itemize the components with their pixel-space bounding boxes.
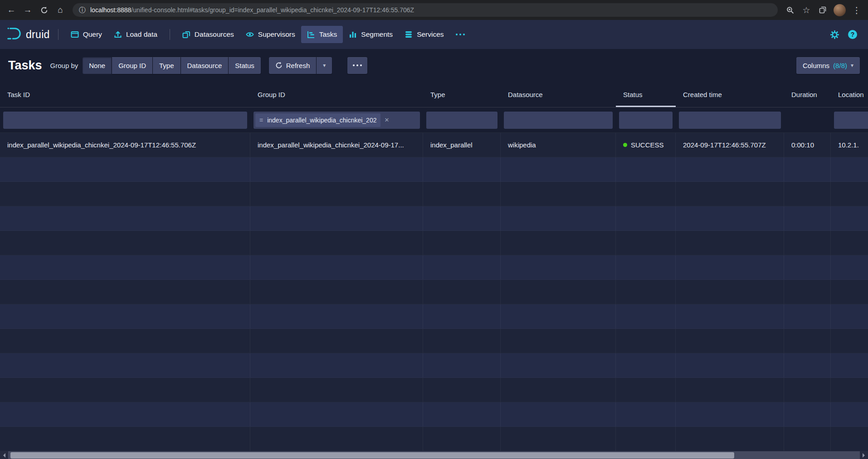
settings-gear-icon[interactable] (825, 26, 844, 43)
nav-query[interactable]: Query (65, 26, 108, 43)
back-icon[interactable]: ← (4, 2, 19, 18)
avatar[interactable] (834, 4, 846, 16)
group-by-status-button[interactable]: Status (229, 57, 261, 74)
refresh-button[interactable]: Refresh (269, 57, 317, 74)
nav-segments[interactable]: Segments (343, 26, 399, 43)
site-info-icon[interactable]: ⓘ (79, 6, 86, 15)
cell-duration[interactable]: 0:00:10 (784, 133, 831, 157)
table-row-empty (0, 427, 868, 451)
filter-type-input[interactable] (426, 112, 497, 129)
col-header-type[interactable]: Type (423, 82, 501, 107)
reload-icon[interactable] (36, 2, 52, 18)
scroll-right-arrow[interactable] (860, 451, 868, 459)
nav-tasks[interactable]: Tasks (301, 26, 343, 43)
chevron-down-icon: ▾ (323, 62, 326, 68)
browser-toolbar: ← → ⌂ ⓘ localhost:8888/unified-console.h… (0, 0, 868, 20)
scrollbar-track[interactable] (8, 451, 860, 459)
ellipsis-icon (353, 64, 362, 66)
cell-type[interactable]: index_parallel (423, 133, 501, 157)
home-icon[interactable]: ⌂ (53, 2, 68, 18)
table-header-row: Task ID Group ID Type Datasource Status … (0, 82, 868, 107)
filter-status-input[interactable] (619, 112, 673, 129)
table-row-empty (0, 206, 868, 231)
status-success-dot (623, 143, 627, 147)
more-actions-button[interactable] (347, 57, 367, 74)
remove-filter-icon[interactable]: ✕ (384, 117, 389, 123)
table-row-empty (0, 329, 868, 353)
refresh-dropdown-button[interactable]: ▾ (317, 57, 332, 74)
bookmark-star-icon[interactable]: ☆ (799, 2, 814, 18)
columns-button[interactable]: Columns (8/8) ▾ (796, 57, 860, 74)
refresh-icon (275, 62, 283, 69)
scroll-left-arrow[interactable] (0, 451, 8, 459)
equals-icon: = (259, 117, 263, 124)
table-row-empty (0, 280, 868, 304)
horizontal-scrollbar (0, 451, 868, 459)
cell-task-id[interactable]: index_parallel_wikipedia_chicnkei_2024-0… (0, 133, 250, 157)
nav-supervisors[interactable]: Supervisors (240, 26, 301, 43)
status-badge: SUCCESS (631, 141, 664, 149)
filter-datasource-input[interactable] (504, 112, 613, 129)
filter-created-time-input[interactable] (679, 112, 781, 129)
group-by-none-button[interactable]: None (83, 57, 112, 74)
col-header-created-time[interactable]: Created time (676, 82, 784, 107)
col-header-task-id[interactable]: Task ID (0, 82, 250, 107)
cell-location[interactable]: 10.2.1. (831, 133, 868, 157)
table-row-empty (0, 182, 868, 206)
filter-location-input[interactable] (834, 112, 868, 129)
table-row-empty (0, 231, 868, 255)
address-bar[interactable]: ⓘ localhost:8888/unified-console.html#ta… (73, 3, 778, 17)
page-title: Tasks (8, 59, 42, 73)
table-row-empty (0, 402, 868, 427)
task-row[interactable]: index_parallel_wikipedia_chicnkei_2024-0… (0, 133, 868, 157)
druid-logo-icon[interactable] (6, 26, 22, 43)
table-filter-row: = index_parallel_wikipedia_chicnkei_202 … (0, 107, 868, 133)
browser-menu-icon[interactable]: ⋮ (849, 2, 864, 18)
col-header-status[interactable]: Status (616, 82, 676, 107)
group-by-datasource-button[interactable]: Datasource (181, 57, 229, 74)
help-icon[interactable]: ? (844, 26, 862, 43)
filter-group-id-input[interactable]: = index_parallel_wikipedia_chicnkei_202 … (254, 112, 420, 129)
divider (170, 29, 170, 40)
tabs-icon[interactable] (815, 2, 830, 18)
group-by-buttons: None Group ID Type Datasource Status (83, 57, 261, 74)
scrollbar-thumb[interactable] (10, 452, 734, 459)
cell-created-time[interactable]: 2024-09-17T12:46:55.707Z (676, 133, 784, 157)
tasks-table: Task ID Group ID Type Datasource Status … (0, 82, 868, 451)
cell-status[interactable]: SUCCESS (616, 133, 676, 157)
nav-services[interactable]: Services (399, 26, 449, 43)
table-row-empty (0, 304, 868, 329)
chevron-down-icon: ▾ (851, 62, 853, 68)
table-row-empty (0, 378, 868, 402)
table-row-empty (0, 255, 868, 280)
filter-task-id-input[interactable] (3, 112, 247, 129)
filter-chip-text: index_parallel_wikipedia_chicnkei_202 (267, 117, 376, 124)
ellipsis-icon (456, 34, 465, 35)
group-by-type-button[interactable]: Type (153, 57, 180, 74)
columns-count: (8/8) (833, 62, 847, 69)
nav-load-data[interactable]: Load data (108, 26, 163, 43)
col-header-datasource[interactable]: Datasource (501, 82, 616, 107)
col-header-location[interactable]: Location (831, 82, 868, 107)
cell-group-id[interactable]: index_parallel_wikipedia_chicnkei_2024-0… (250, 133, 423, 157)
url-text: localhost:8888/unified-console.html#task… (90, 6, 414, 14)
tasks-toolbar: Tasks Group by None Group ID Type Dataso… (0, 49, 868, 82)
group-by-label: Group by (50, 62, 78, 69)
group-by-group-id-button[interactable]: Group ID (112, 57, 152, 74)
nav-datasources[interactable]: Datasources (176, 26, 240, 43)
brand-name: druid (26, 29, 50, 41)
filter-chip[interactable]: = index_parallel_wikipedia_chicnkei_202 (255, 113, 380, 127)
table-body: index_parallel_wikipedia_chicnkei_2024-0… (0, 133, 868, 451)
refresh-split-button: Refresh ▾ (269, 57, 332, 74)
cell-datasource[interactable]: wikipedia (501, 133, 616, 157)
app-header: druid Query Load data Datasources Superv… (0, 20, 868, 49)
col-header-duration[interactable]: Duration (784, 82, 831, 107)
nav-more-icon[interactable] (450, 26, 471, 43)
zoom-icon[interactable] (782, 2, 798, 18)
table-row-empty (0, 157, 868, 182)
col-header-group-id[interactable]: Group ID (250, 82, 423, 107)
divider (58, 29, 59, 40)
table-row-empty (0, 353, 868, 378)
forward-icon[interactable]: → (20, 2, 35, 18)
